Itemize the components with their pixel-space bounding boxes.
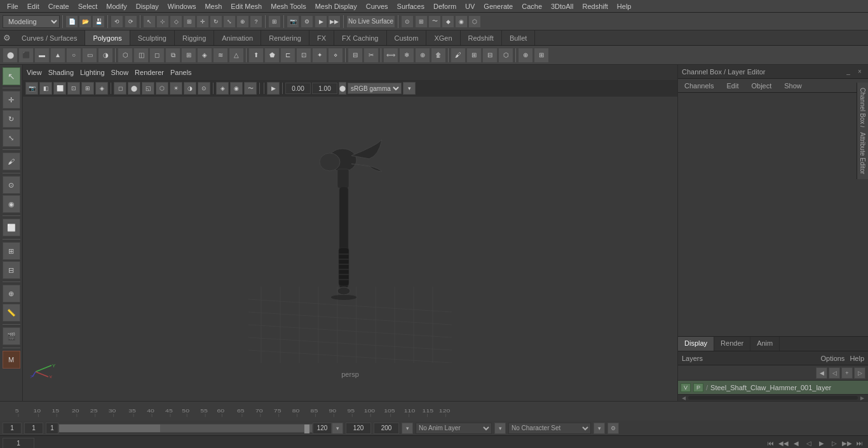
- extra-tools-btn-2[interactable]: ⊞: [534, 48, 549, 63]
- universal-button[interactable]: ⊕: [236, 15, 249, 28]
- tab-animation[interactable]: Animation: [214, 31, 261, 45]
- anim-layer-arrow-btn[interactable]: ▾: [494, 423, 506, 434]
- timeline-ruler[interactable]: 5 10 15 20 25 30 35 40 45 50 5: [0, 402, 868, 421]
- char-set-settings-btn[interactable]: ⚙: [607, 423, 619, 434]
- menu-modify[interactable]: Modify: [102, 1, 131, 11]
- move-tool-btn[interactable]: ✛: [3, 91, 20, 109]
- menu-edit[interactable]: Edit: [23, 1, 44, 11]
- menu-create[interactable]: Create: [44, 1, 74, 11]
- vp-safe-areas-btn[interactable]: ⊡: [67, 82, 80, 95]
- tab-fx[interactable]: FX: [309, 31, 334, 45]
- tab-bullet[interactable]: Bullet: [502, 31, 536, 45]
- delete-history-btn[interactable]: 🗑: [431, 48, 446, 63]
- menu-cache[interactable]: Cache: [517, 1, 546, 11]
- vp-resolution-btn[interactable]: ⬜: [53, 82, 66, 95]
- bridge-icon-btn[interactable]: ⊏: [280, 48, 295, 63]
- channel-box-channels-tab[interactable]: Channels: [682, 81, 716, 91]
- lasso-tool-button[interactable]: ⊹: [156, 15, 169, 28]
- snap-to-surface-button[interactable]: ⬡: [468, 15, 481, 28]
- smooth-icon-btn[interactable]: ≋: [213, 48, 228, 63]
- vp-all-lights-btn[interactable]: ☀: [170, 82, 182, 95]
- plane-icon-btn[interactable]: ▭: [82, 48, 97, 63]
- menu-edit-mesh[interactable]: Edit Mesh: [226, 1, 266, 11]
- channel-box-object-tab[interactable]: Object: [749, 81, 774, 91]
- playback-speed-input[interactable]: [346, 423, 371, 434]
- boolean-icon-btn[interactable]: ◈: [197, 48, 212, 63]
- viewport[interactable]: View Shading Lighting Show Renderer Pane…: [23, 65, 677, 401]
- vp-exposure-input[interactable]: [285, 83, 311, 94]
- face-icon-btn[interactable]: ⬡: [118, 48, 133, 63]
- snap-grid-button[interactable]: ⊞: [268, 15, 281, 28]
- char-set-dropdown[interactable]: No Character Set: [508, 423, 591, 434]
- menu-surfaces[interactable]: Surfaces: [393, 1, 429, 11]
- anim-tab[interactable]: Anim: [750, 337, 780, 351]
- extrude-icon-btn[interactable]: ⬆: [248, 48, 264, 63]
- edge-icon-btn[interactable]: ◫: [133, 48, 149, 63]
- select-tool-button[interactable]: ↖: [143, 15, 156, 28]
- sphere-icon-btn[interactable]: ⬤: [3, 48, 18, 63]
- play-btn[interactable]: ▶: [816, 438, 827, 449]
- snap-btn[interactable]: ⊕: [3, 285, 20, 302]
- vp-smooth-shaded-btn[interactable]: ⬤: [128, 82, 140, 95]
- open-scene-button[interactable]: 📂: [79, 15, 92, 28]
- right-panel-close-btn[interactable]: ×: [855, 67, 864, 76]
- current-frame-input[interactable]: [24, 423, 43, 434]
- vp-film-gate-btn[interactable]: ◧: [39, 82, 52, 95]
- end-frame-2-input[interactable]: [374, 423, 399, 434]
- texture-bake-btn[interactable]: ⬡: [498, 48, 513, 63]
- redo-button[interactable]: ⟳: [125, 15, 137, 28]
- measure-btn[interactable]: 📏: [3, 304, 20, 322]
- snap-to-curve-button[interactable]: 〜: [428, 15, 441, 28]
- new-scene-button[interactable]: 📄: [65, 15, 78, 28]
- layer-visibility-btn[interactable]: V: [681, 383, 691, 392]
- menu-3dtall[interactable]: 3DtoAll: [546, 1, 578, 11]
- make-live-button[interactable]: ⊙: [401, 15, 414, 28]
- cylinder-icon-btn[interactable]: ▬: [34, 48, 50, 63]
- grid2-btn[interactable]: ⊟: [3, 261, 20, 279]
- vp-wireframe-btn[interactable]: ◻: [114, 82, 126, 95]
- prev-key-btn[interactable]: ◀◀: [778, 438, 789, 449]
- anim-layer-dropdown[interactable]: No Anim Layer: [416, 423, 492, 434]
- next-key-btn[interactable]: ▶▶: [841, 438, 853, 449]
- save-scene-button[interactable]: 💾: [92, 15, 105, 28]
- vp-color-space-btn[interactable]: ⬤: [339, 82, 346, 95]
- tab-rendering[interactable]: Rendering: [261, 31, 309, 45]
- extra-tools-btn[interactable]: ⊕: [518, 48, 533, 63]
- tab-gear-icon[interactable]: ⚙: [0, 31, 14, 46]
- paint-weights-btn[interactable]: 🖌: [451, 48, 466, 63]
- snap-to-view-button[interactable]: ◉: [455, 15, 468, 28]
- menu-file[interactable]: File: [3, 1, 23, 11]
- menu-deform[interactable]: Deform: [429, 1, 461, 11]
- menu-help[interactable]: Help: [613, 1, 636, 11]
- tab-rigging[interactable]: Rigging: [175, 31, 214, 45]
- viewport-menu-shading[interactable]: Shading: [48, 69, 74, 76]
- vertex-icon-btn[interactable]: ◻: [149, 48, 165, 63]
- prev-frame-btn[interactable]: ◀: [790, 438, 802, 449]
- layer-prev2-btn[interactable]: ◁: [829, 367, 840, 379]
- range-dropdown-btn[interactable]: ▾: [402, 423, 413, 434]
- vp-xray-btn[interactable]: ◈: [216, 82, 229, 95]
- scale-button[interactable]: ⤡: [223, 15, 236, 28]
- vp-motion-trail-btn[interactable]: 〜: [244, 82, 257, 95]
- menu-redshift[interactable]: Redshift: [578, 1, 612, 11]
- rotate-tool-btn[interactable]: ↻: [3, 110, 20, 128]
- select-mode-btn[interactable]: ↖: [3, 67, 20, 85]
- layer-scroll-track[interactable]: [688, 396, 858, 400]
- multi-cut-btn[interactable]: ✂: [363, 48, 379, 63]
- freeze-icon-btn[interactable]: ❄: [399, 48, 414, 63]
- workspace-dropdown[interactable]: Modeling: [3, 15, 60, 28]
- menu-uv[interactable]: UV: [461, 1, 479, 11]
- vp-grid-btn[interactable]: ⊞: [81, 82, 94, 95]
- layer-playback-btn[interactable]: P: [693, 383, 703, 392]
- select-region-btn[interactable]: ⬜: [3, 219, 20, 236]
- cone-icon-btn[interactable]: ▲: [50, 48, 65, 63]
- viewport-menu-lighting[interactable]: Lighting: [80, 69, 105, 76]
- vp-texture-btn[interactable]: ⬡: [156, 82, 168, 95]
- layer-next2-btn[interactable]: ▷: [854, 367, 865, 379]
- maya-logo-btn[interactable]: M: [3, 351, 20, 369]
- attribute-editor-vertical-tab[interactable]: Attribute Editor: [857, 127, 868, 179]
- show-manipulator-btn[interactable]: ◉: [3, 195, 20, 213]
- vp-camera-btn[interactable]: 📷: [25, 82, 38, 95]
- tab-polygons[interactable]: Polygons: [85, 31, 130, 45]
- tab-sculpting[interactable]: Sculpting: [130, 31, 175, 45]
